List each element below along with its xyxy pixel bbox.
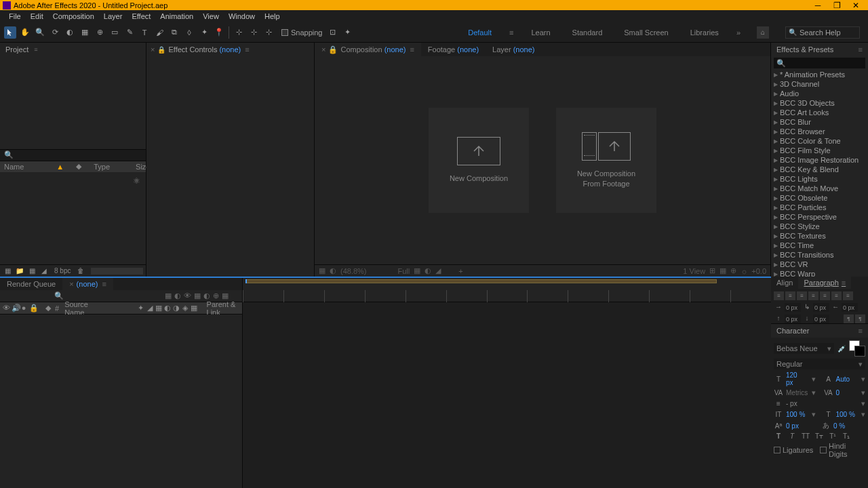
space-before[interactable]: 0 px [785, 314, 801, 323]
tl-solo-icon[interactable]: ● [20, 304, 27, 312]
tl-num-icon[interactable]: # [55, 304, 59, 312]
hindi-check[interactable]: Hindi Digits [820, 442, 865, 458]
effect-category[interactable]: ▶BCC Film Style [771, 146, 868, 155]
timeline-track-area[interactable] [243, 302, 771, 488]
space-after[interactable]: 0 px [813, 314, 829, 323]
workspace-libraries[interactable]: Libraries [686, 26, 723, 39]
pan-behind-tool[interactable]: ⊕ [94, 26, 106, 39]
local-axis[interactable]: ⊹ [233, 26, 245, 39]
effect-category[interactable]: ▶BCC Stylize [771, 222, 868, 231]
snapping-toggle[interactable]: Snapping [281, 28, 323, 37]
rtl-icon[interactable]: ¶ [844, 314, 854, 323]
character-menu[interactable]: ≡ [859, 327, 863, 335]
effect-category[interactable]: ▶BCC Blur [771, 117, 868, 127]
bold-btn[interactable]: T [774, 432, 783, 440]
effect-category[interactable]: ▶BCC Perspective [771, 212, 868, 222]
color-swatch[interactable] [849, 340, 865, 357]
new-folder-icon[interactable]: 📁 [15, 266, 24, 276]
close-button[interactable]: ✕ [846, 0, 865, 10]
zoom-tool[interactable]: 🔍 [34, 26, 46, 39]
workspace-default-menu[interactable]: ≡ [509, 28, 513, 37]
menu-composition[interactable]: Composition [48, 12, 99, 20]
kerning[interactable]: Metrics [786, 389, 806, 396]
search-help[interactable]: 🔍 Search Help [785, 26, 860, 39]
baseline[interactable]: 0 px [786, 422, 806, 430]
hscale[interactable]: 100 % [836, 411, 856, 418]
menu-effect[interactable]: Effect [127, 12, 155, 20]
tl-comp-icon[interactable]: ▦ [165, 291, 172, 300]
home-button[interactable]: ⌂ [757, 26, 769, 39]
footage-viewer-tab[interactable]: Footage (none) [421, 43, 486, 56]
playhead[interactable] [245, 279, 247, 283]
ligatures-check[interactable]: Ligatures [774, 446, 813, 454]
col-label-icon[interactable]: ◆ [76, 162, 81, 171]
tl-label-icon[interactable]: ◆ [45, 304, 51, 312]
tl-graph-icon[interactable]: ◐ [174, 291, 181, 300]
effect-category[interactable]: ▶BCC 3D Objects [771, 98, 868, 108]
tl-fxswitch-icon[interactable]: ◢ [146, 304, 153, 312]
comp-lock-icon[interactable]: 🔒 [328, 45, 338, 54]
effect-category[interactable]: ▶BCC Lights [771, 174, 868, 184]
rotobezier-icon[interactable]: + [458, 267, 462, 275]
view-axis[interactable]: ⊹ [262, 26, 275, 39]
effects-list[interactable]: ▶* Animation Presets▶3D Channel▶Audio▶BC… [771, 70, 868, 277]
tracking[interactable]: 0 [836, 389, 856, 396]
effect-category[interactable]: ▶BCC Browser [771, 127, 868, 136]
effects-search[interactable]: 🔍 [774, 58, 865, 68]
camera-tool[interactable]: ▦ [79, 26, 91, 39]
tl-motion-blur-icon[interactable]: ◐ [203, 291, 210, 300]
justify-all[interactable]: ≡ [843, 291, 853, 300]
rectangle-tool[interactable]: ▭ [108, 26, 121, 39]
composition-viewer-tab[interactable]: × 🔒 Composition (none) ≡ [315, 43, 421, 56]
workspace-learn[interactable]: Learn [527, 26, 554, 39]
timeline-layer-area[interactable] [0, 314, 242, 488]
indent-right[interactable]: 0 px [842, 303, 858, 312]
project-search[interactable]: 🔍 [0, 149, 146, 161]
flowchart-icon[interactable]: ⚛ [133, 176, 140, 186]
effect-category[interactable]: ▶BCC Transitions [771, 250, 868, 260]
effect-category[interactable]: ▶BCC Time [771, 241, 868, 250]
transparency-icon[interactable]: ◐ [425, 266, 431, 275]
new-comp-icon[interactable]: ▦ [27, 266, 37, 276]
effect-controls-tab[interactable]: × 🔒 Effect Controls (none) ≡ [146, 43, 314, 56]
col-name[interactable]: Name [4, 163, 24, 171]
trash-icon[interactable]: 🗑 [76, 266, 85, 276]
maximize-button[interactable]: ❐ [827, 0, 846, 10]
effect-category[interactable]: ▶BCC Obsolete [771, 193, 868, 203]
new-composition-button[interactable]: New Composition [429, 108, 529, 213]
tl-shy-icon[interactable]: 👁 [184, 291, 191, 300]
smallcaps-btn[interactable]: Tᴛ [814, 432, 824, 440]
tl-mb-icon[interactable]: ◐ [164, 304, 171, 312]
effects-presets-menu[interactable]: ≡ [859, 45, 863, 54]
ec-panel-menu[interactable]: ≡ [245, 45, 249, 54]
effect-category[interactable]: ▶BCC Key & Blend [771, 165, 868, 174]
menu-window[interactable]: Window [224, 12, 260, 20]
exposure-value[interactable]: +0.0 [751, 267, 766, 275]
col-type[interactable]: Type [94, 163, 110, 171]
tl-3d-icon[interactable]: ◈ [182, 304, 189, 312]
work-area-bar[interactable] [245, 279, 717, 283]
roi-icon[interactable]: ▦ [414, 266, 420, 275]
effect-category[interactable]: ▶BCC Match Move [771, 184, 868, 193]
project-panel-tab[interactable]: Project ≡ [0, 43, 146, 56]
puppet-tool[interactable]: 📍 [213, 26, 225, 39]
project-search-field[interactable] [91, 268, 143, 274]
project-list[interactable]: ⚛ [0, 172, 146, 265]
type-tool[interactable]: T [138, 26, 151, 39]
tl-col-icon[interactable]: ▦ [191, 304, 197, 312]
time-icon[interactable]: ⊕ [730, 266, 736, 275]
snap-option-2[interactable]: ✦ [342, 26, 354, 39]
tl-brain-icon[interactable]: ⊕ [213, 291, 219, 300]
timeline-tab[interactable]: × (none) ≡ [62, 278, 113, 290]
subscript-btn[interactable]: T₁ [842, 432, 851, 440]
hand-tool[interactable]: ✋ [19, 26, 31, 39]
workspace-small[interactable]: Small Screen [620, 26, 672, 39]
timeline-ruler[interactable] [243, 278, 771, 302]
tl-audio-icon[interactable]: 🔊 [12, 304, 18, 312]
align-center[interactable]: ≡ [785, 291, 795, 300]
clone-tool[interactable]: ⧉ [168, 26, 180, 39]
render-queue-tab[interactable]: Render Queue [0, 278, 62, 290]
rotation-tool[interactable]: ◐ [64, 26, 76, 39]
tl-graph-editor-icon[interactable]: ▦ [222, 291, 229, 300]
effect-category[interactable]: ▶BCC Color & Tone [771, 136, 868, 146]
